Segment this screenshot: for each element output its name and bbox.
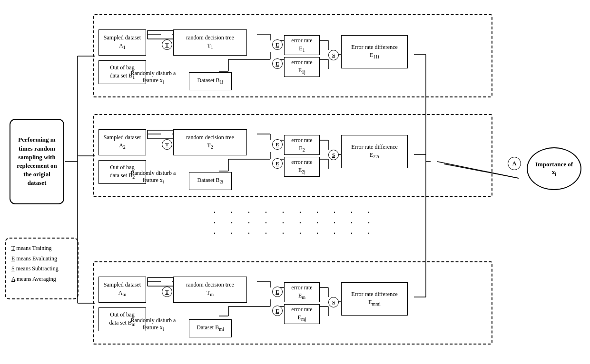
disturb-label-r3: Randomly disturb afeature xi bbox=[122, 317, 184, 332]
train-connector-r2: T bbox=[162, 139, 172, 150]
importance-oval: Importance of xi bbox=[527, 147, 581, 190]
disturb-label-r2: Randomly disturb afeature xi bbox=[122, 170, 184, 184]
error-diff-r1: Error rate difference E11i bbox=[341, 35, 408, 68]
eval-connector1-r3: E bbox=[272, 287, 283, 297]
dots-row-2: . . . . . . . . . . bbox=[93, 215, 492, 226]
train-connector-r1: T bbox=[162, 39, 172, 50]
error-rate-e2j: error rate E2j bbox=[284, 157, 320, 177]
subtract-connector-r3: S bbox=[328, 297, 339, 307]
sampled-dataset-am: Sampled dataset Am bbox=[98, 277, 146, 303]
error-rate-e1: error rate E1 bbox=[284, 35, 320, 55]
dataset-b2i: Dataset B2i bbox=[189, 172, 232, 190]
eval-connector2-r1: E bbox=[272, 58, 283, 69]
sampled-dataset-a1: Sampled dataset A1 bbox=[98, 29, 146, 56]
row3-container: Sampled dataset Am T random decision tre… bbox=[93, 261, 492, 345]
dots-row-3: . . . . . . . . . . bbox=[93, 225, 492, 236]
eval-connector1-r2: E bbox=[272, 139, 283, 150]
performing-text: Performing m times random sampling with … bbox=[14, 135, 59, 187]
subtract-connector-r1: S bbox=[328, 50, 339, 60]
error-rate-emj: error rate Emj bbox=[284, 304, 320, 324]
error-rate-em: error rate Em bbox=[284, 282, 320, 302]
legend-item-e: E means Evaluating bbox=[11, 254, 72, 264]
eval-connector2-r3: E bbox=[272, 306, 283, 316]
train-connector-r3: T bbox=[162, 287, 172, 297]
eval-connector1-r1: E bbox=[272, 39, 283, 50]
sampled-dataset-a2: Sampled dataset A2 bbox=[98, 129, 146, 155]
row2-container: Sampled dataset A2 T random decision tre… bbox=[93, 114, 492, 197]
row1-container: Sampled dataset A1 T random decision tre… bbox=[93, 14, 492, 97]
eval-connector2-r2: E bbox=[272, 158, 283, 169]
performing-box: Performing m times random sampling with … bbox=[10, 119, 64, 204]
error-diff-r3: Error rate difference Emmi bbox=[341, 282, 408, 316]
error-rate-e1j: error rate E1j bbox=[284, 57, 320, 77]
disturb-label-r1: Randomly disturb afeature xi bbox=[122, 70, 184, 85]
legend-item-a: A means Averaging bbox=[11, 274, 72, 285]
error-rate-e2: error rate E2 bbox=[284, 135, 320, 155]
legend-item-s: S means Subtracting bbox=[11, 264, 72, 274]
avg-circle: A bbox=[508, 157, 521, 170]
diagram-container: Performing m times random sampling with … bbox=[0, 5, 590, 359]
tree-box-r1: random decision tree T1 bbox=[173, 29, 247, 56]
legend-item-t: T means Training bbox=[11, 243, 72, 254]
tree-box-r2: random decision tree T2 bbox=[173, 129, 247, 155]
dots-row-1: . . . . . . . . . . bbox=[93, 204, 492, 215]
legend-box: T means Training E means Evaluating S me… bbox=[5, 238, 79, 299]
dataset-bmi: Dataset Bmi bbox=[189, 319, 232, 337]
dataset-b1i: Dataset B1i bbox=[189, 72, 232, 90]
tree-box-r3: random decision tree Tm bbox=[173, 277, 247, 303]
error-diff-r2: Error rate difference E22i bbox=[341, 135, 408, 168]
subtract-connector-r2: S bbox=[328, 150, 339, 160]
